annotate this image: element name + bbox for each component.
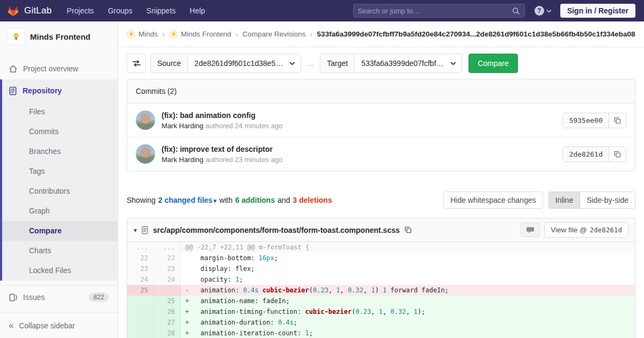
search-icon — [512, 7, 520, 15]
sidebar-item-repository[interactable]: Repository — [2, 79, 118, 102]
diff-table: ......@@ -22,7 +22,11 @@ m-formToast {22… — [127, 242, 635, 338]
old-line-number[interactable] — [127, 317, 154, 328]
new-line-number[interactable]: 24 — [154, 274, 181, 285]
help-menu[interactable]: ? — [535, 6, 552, 16]
chevron-right-icon: › — [162, 30, 165, 39]
breadcrumb-minds-frontend[interactable]: Minds Frontend — [169, 30, 231, 39]
search-box[interactable] — [353, 4, 525, 18]
diff-code: + animation-iteration-count: 1; — [181, 328, 635, 338]
nav-link-snippets[interactable]: Snippets — [147, 6, 175, 15]
primary-nav: Projects Groups Snippets Help — [67, 6, 205, 15]
toggle-comments-button[interactable] — [521, 223, 540, 237]
nav-right: ? Sign in / Register — [353, 4, 635, 18]
project-context[interactable]: Minds Frontend — [0, 21, 118, 50]
nav-link-groups[interactable]: Groups — [108, 6, 133, 15]
new-line-number[interactable]: ... — [154, 242, 181, 253]
sign-in-register-button[interactable]: Sign in / Register — [560, 4, 635, 18]
sidebar-item-locked-files[interactable]: Locked Files — [2, 261, 118, 281]
old-line-number[interactable]: 24 — [127, 274, 154, 285]
sidebar-item-branches[interactable]: Branches — [2, 142, 118, 161]
commit-meta-text: authored 24 minutes ago — [206, 122, 283, 130]
collapse-diff-caret[interactable]: ▾ — [134, 226, 137, 234]
new-line-number[interactable]: 22 — [154, 253, 181, 263]
diff-file-path: src/app/common/components/form-toast/for… — [153, 226, 400, 234]
source-ref-dropdown[interactable]: Source 2de8261d9f601c1d38e5… — [150, 54, 301, 73]
target-ref-dropdown[interactable]: Target 533fa6a3999de07fcfbf… — [320, 54, 462, 73]
copy-path-button[interactable] — [404, 226, 412, 234]
new-line-number[interactable]: 28 — [154, 328, 181, 338]
commit-author-link[interactable]: Mark Harding — [162, 156, 203, 164]
old-line-number[interactable]: 25 — [127, 285, 154, 296]
issues-count-badge: 822 — [89, 292, 109, 302]
diff-code: + animation-duration: 0.4s; — [181, 317, 635, 328]
diff-file-panel: ▾ src/app/common/components/form-toast/f… — [127, 218, 635, 338]
new-line-number[interactable] — [154, 285, 181, 296]
sidebar-item-tags[interactable]: Tags — [2, 161, 118, 181]
new-line-number[interactable]: 27 — [154, 317, 181, 328]
diff-file-header: ▾ src/app/common/components/form-toast/f… — [127, 218, 635, 242]
copy-icon — [613, 150, 621, 158]
commit-sha-group: 5935ee00 — [562, 113, 626, 128]
side-by-side-view-button[interactable]: Side-by-side — [580, 192, 635, 208]
chevron-down-icon — [546, 9, 552, 13]
chevron-right-icon: › — [310, 30, 313, 39]
old-line-number[interactable]: ... — [127, 242, 154, 253]
sidebar-item-commits[interactable]: Commits — [2, 122, 118, 142]
old-line-number[interactable] — [127, 296, 154, 306]
new-line-number[interactable]: 26 — [154, 306, 181, 317]
commit-title-link[interactable]: (fix): improve text of descriptor — [162, 145, 282, 153]
nav-link-projects[interactable]: Projects — [67, 6, 94, 15]
commit-sha-link[interactable]: 2de8261d — [563, 147, 609, 161]
old-line-number[interactable] — [127, 306, 154, 317]
question-icon: ? — [535, 6, 544, 16]
sidebar-item-files[interactable]: Files — [2, 102, 118, 122]
diff-sign: - — [185, 285, 193, 296]
commit-sha-link[interactable]: 5935ee00 — [563, 113, 609, 128]
changed-files-dropdown[interactable]: 2 changed files▾ — [158, 196, 217, 204]
lightbulb-icon — [11, 32, 21, 41]
author-avatar[interactable] — [136, 144, 155, 164]
project-title: Minds Frontend — [30, 32, 91, 41]
swap-revisions-button[interactable] — [127, 54, 146, 73]
search-input[interactable] — [358, 7, 512, 15]
old-line-number[interactable]: 22 — [127, 253, 154, 263]
repository-section: Repository Files Commits Branches Tags C… — [0, 79, 118, 281]
sidebar-item-issues[interactable]: Issues 822 — [0, 285, 118, 309]
collapse-icon: « — [9, 320, 13, 331]
copy-sha-button[interactable] — [609, 147, 626, 161]
diff-code: margin-bottom: 16px; — [181, 253, 635, 263]
breadcrumb-compare-revisions[interactable]: Compare Revisions — [243, 30, 306, 38]
commit-title-link[interactable]: (fix): bad animation config — [162, 111, 282, 120]
gitlab-logo-icon — [6, 4, 20, 18]
sidebar-item-compare[interactable]: Compare — [2, 221, 118, 241]
diff-summary: Showing 2 changed files▾ with 6 addition… — [127, 192, 635, 209]
old-line-number[interactable] — [127, 328, 154, 338]
inline-view-button[interactable]: Inline — [549, 192, 580, 208]
old-line-number[interactable]: 23 — [127, 263, 154, 274]
view-file-button[interactable]: View file @ 2de8261d — [544, 222, 628, 238]
author-avatar[interactable] — [136, 111, 155, 130]
sidebar-item-graph[interactable]: Graph — [2, 201, 118, 221]
collapse-sidebar-button[interactable]: « Collapse sidebar — [0, 312, 118, 338]
copy-sha-button[interactable] — [609, 113, 626, 128]
commits-panel-title: Commits (2) — [127, 79, 635, 104]
diff-line: 25+ animation-name: fadeIn; — [127, 296, 635, 306]
nav-link-help[interactable]: Help — [189, 6, 205, 15]
new-line-number[interactable]: 23 — [154, 263, 181, 274]
breadcrumb-minds[interactable]: Minds — [127, 30, 158, 39]
compare-button[interactable]: Compare — [469, 54, 518, 73]
hide-whitespace-button[interactable]: Hide whitespace changes — [443, 192, 543, 209]
chevron-right-icon: › — [236, 30, 238, 39]
commit-author-link[interactable]: Mark Harding — [162, 122, 203, 130]
sidebar-item-project-overview[interactable]: Project overview — [0, 58, 118, 79]
commit-meta-text: authored 23 minutes ago — [206, 156, 283, 164]
sidebar-item-charts[interactable]: Charts — [2, 241, 118, 261]
new-line-number[interactable]: 25 — [154, 296, 181, 306]
gitlab-home-link[interactable]: GitLab — [6, 4, 52, 18]
content-area: Source 2de8261d9f601c1d38e5… ... Target … — [118, 54, 644, 338]
diff-line: 28+ animation-iteration-count: 1; — [127, 328, 635, 338]
sidebar-item-contributors[interactable]: Contributors — [2, 181, 118, 201]
range-separator: ... — [305, 60, 316, 68]
commit-row: (fix): bad animation config Mark Harding… — [127, 104, 635, 137]
source-value: 2de8261d9f601c1d38e5… — [188, 59, 289, 68]
